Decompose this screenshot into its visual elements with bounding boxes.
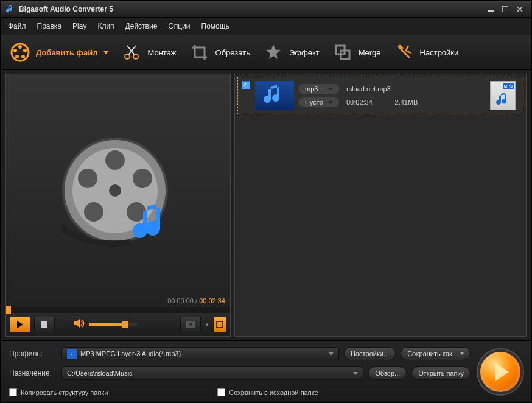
- volume-icon[interactable]: [74, 318, 85, 331]
- browse-button[interactable]: Обзор...: [368, 366, 407, 380]
- tools-icon: [393, 41, 415, 63]
- seek-knob[interactable]: [6, 306, 11, 314]
- svg-point-6: [15, 55, 19, 58]
- save-source-checkbox[interactable]: Сохранить в исходной папке: [217, 388, 318, 396]
- svg-point-22: [189, 323, 192, 326]
- volume-slider[interactable]: [89, 323, 138, 326]
- svg-point-4: [23, 49, 27, 52]
- play-button[interactable]: [10, 317, 30, 332]
- chevron-down-icon: [103, 51, 108, 54]
- crop-button[interactable]: Обрезать: [189, 41, 250, 63]
- subtitle-pill[interactable]: Пусто: [299, 97, 339, 107]
- app-title: Bigasoft Audio Converter 5: [19, 5, 113, 13]
- minimize-button[interactable]: [484, 4, 497, 14]
- open-folder-button[interactable]: Открыть папку: [411, 366, 471, 380]
- profile-settings-button[interactable]: Настройки...: [344, 347, 396, 360]
- merge-button[interactable]: Merge: [332, 41, 381, 63]
- effect-button[interactable]: Эффект: [262, 41, 320, 63]
- save-as-button[interactable]: Сохранить как...: [401, 347, 471, 360]
- svg-point-7: [13, 49, 17, 52]
- svg-point-18: [78, 169, 97, 188]
- chevron-down-icon: [460, 352, 464, 355]
- profile-combo[interactable]: ♪ MP3 MPEG Layer-3 Audio(*.mp3): [61, 347, 339, 360]
- chevron-down-icon: [328, 101, 333, 104]
- settings-button[interactable]: Настройки: [393, 41, 459, 63]
- menu-action[interactable]: Действие: [125, 22, 158, 30]
- file-list[interactable]: mp3 Пусто rsload.net.mp3 00:02:34 2.41MB: [234, 74, 527, 337]
- stop-button[interactable]: [34, 317, 55, 332]
- volume-knob[interactable]: [122, 321, 128, 328]
- destination-combo[interactable]: C:\Users\rsload\Music: [61, 366, 363, 380]
- svg-point-5: [21, 55, 25, 58]
- mp3-badge-icon: ♪: [67, 349, 77, 359]
- svg-rect-1: [502, 6, 508, 12]
- format-pill[interactable]: mp3: [299, 84, 339, 94]
- preview-canvas[interactable]: 00:00:00 / 00:02:34: [6, 74, 230, 307]
- toolbar: Добавить файл Монтаж Обрезать Эффект: [1, 35, 531, 70]
- file-name: rsload.net.mp3: [346, 85, 418, 93]
- merge-icon: [332, 41, 354, 63]
- destination-label: Назначение:: [9, 369, 57, 377]
- menu-play[interactable]: Play: [72, 22, 86, 30]
- profile-value: MP3 MPEG Layer-3 Audio(*.mp3): [80, 350, 181, 357]
- effect-label: Эффект: [289, 48, 320, 57]
- play-icon: [495, 363, 509, 381]
- timecode: 00:00:00 / 00:02:34: [167, 297, 225, 304]
- app-window: Bigasoft Audio Converter 5 Файл Правка P…: [0, 0, 532, 403]
- chevron-down-icon: [329, 352, 334, 356]
- time-current: 00:00:00: [167, 297, 194, 304]
- app-icon: [5, 4, 15, 14]
- svg-rect-20: [41, 321, 47, 328]
- output-format-icon: [490, 81, 516, 110]
- svg-point-17: [84, 202, 103, 222]
- fullscreen-button[interactable]: [213, 317, 226, 332]
- playback-controls: ▼: [6, 313, 230, 336]
- seek-slider[interactable]: [6, 307, 230, 313]
- close-button[interactable]: [513, 4, 527, 14]
- time-total: 00:02:34: [199, 297, 225, 304]
- checkbox-icon: [217, 388, 225, 396]
- checkbox-icon: [9, 388, 17, 396]
- film-reel-icon: [9, 41, 31, 63]
- menu-options[interactable]: Опции: [168, 22, 190, 30]
- cut-label: Монтаж: [147, 48, 176, 57]
- destination-value: C:\Users\rsload\Music: [67, 370, 133, 377]
- merge-label: Merge: [359, 48, 381, 57]
- file-duration: 00:02:34: [346, 99, 373, 106]
- add-file-label: Добавить файл: [36, 48, 97, 57]
- menu-help[interactable]: Помощь: [201, 22, 229, 30]
- file-size: 2.41MB: [395, 99, 418, 106]
- bottom-panel: Профиль: ♪ MP3 MPEG Layer-3 Audio(*.mp3)…: [1, 340, 531, 402]
- star-icon: [262, 41, 284, 63]
- music-note-icon: [262, 85, 287, 107]
- svg-point-15: [133, 169, 152, 188]
- settings-label: Настройки: [420, 48, 459, 57]
- menu-clip[interactable]: Клип: [97, 22, 114, 30]
- file-row[interactable]: mp3 Пусто rsload.net.mp3 00:02:34 2.41MB: [237, 77, 523, 114]
- svg-rect-0: [488, 10, 494, 12]
- convert-button[interactable]: [478, 349, 523, 394]
- menu-edit[interactable]: Правка: [37, 22, 62, 30]
- maximize-button[interactable]: [499, 4, 512, 14]
- chevron-down-icon: [328, 88, 333, 91]
- scissors-icon: [121, 41, 142, 63]
- menu-file[interactable]: Файл: [8, 22, 26, 30]
- svg-point-14: [105, 150, 125, 170]
- profile-label: Профиль:: [9, 349, 57, 358]
- copy-structure-checkbox[interactable]: Копировать структуру папки: [9, 388, 108, 396]
- crop-icon: [189, 41, 211, 63]
- reel-artwork-icon: [51, 130, 185, 251]
- svg-point-3: [18, 45, 22, 49]
- chevron-down-icon: [353, 372, 358, 375]
- file-thumbnail: [255, 81, 294, 110]
- svg-rect-23: [217, 321, 223, 328]
- snapshot-button[interactable]: [180, 317, 201, 332]
- add-file-button[interactable]: Добавить файл: [9, 41, 108, 63]
- preview-panel: 00:00:00 / 00:02:34: [5, 74, 231, 337]
- titlebar[interactable]: Bigasoft Audio Converter 5: [1, 1, 531, 18]
- cut-button[interactable]: Монтаж: [121, 41, 176, 63]
- crop-label: Обрезать: [215, 48, 250, 57]
- main-area: 00:00:00 / 00:02:34: [1, 70, 531, 340]
- snapshot-chevron-icon[interactable]: ▼: [205, 322, 209, 328]
- file-checkbox[interactable]: [242, 81, 250, 89]
